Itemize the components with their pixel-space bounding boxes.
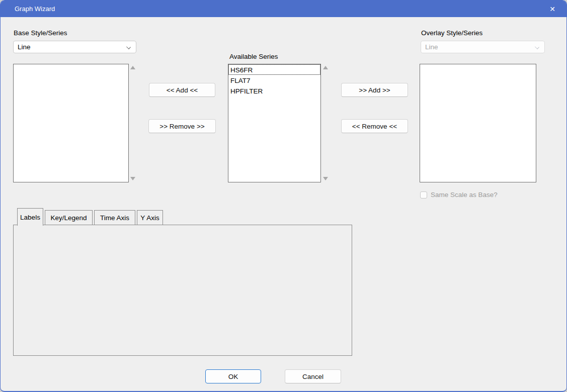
overlay-style-label: Overlay Style/Series bbox=[421, 29, 482, 37]
labels-tab-panel bbox=[13, 225, 352, 356]
base-series-listbox[interactable] bbox=[13, 64, 129, 182]
overlay-style-value: Line bbox=[425, 43, 438, 51]
list-item[interactable]: HPFILTER bbox=[228, 85, 320, 96]
available-series-listbox[interactable]: HS6FR FLAT7 HPFILTER bbox=[228, 64, 321, 182]
base-list-scroll-up[interactable] bbox=[130, 66, 136, 70]
list-item[interactable]: HS6FR bbox=[228, 64, 320, 75]
remove-from-base-button[interactable]: >> Remove >> bbox=[148, 119, 216, 133]
graph-wizard-dialog: Graph Wizard ✕ Base Style/Series Line <<… bbox=[0, 0, 567, 392]
chevron-down-icon bbox=[535, 45, 539, 49]
base-list-scroll-down[interactable] bbox=[130, 177, 136, 181]
close-icon[interactable]: ✕ bbox=[542, 1, 562, 17]
same-scale-checkbox[interactable] bbox=[420, 191, 427, 199]
base-style-dropdown[interactable]: Line bbox=[13, 41, 136, 53]
arrow-up-icon bbox=[130, 66, 135, 69]
titlebar: Graph Wizard ✕ bbox=[1, 1, 566, 17]
tab-labels[interactable]: Labels bbox=[17, 208, 43, 226]
available-series-label: Available Series bbox=[229, 53, 278, 60]
cancel-button[interactable]: Cancel bbox=[285, 369, 341, 383]
add-to-overlay-button[interactable]: >> Add >> bbox=[341, 83, 408, 97]
tab-time-axis[interactable]: Time Axis bbox=[94, 210, 135, 225]
list-item[interactable]: FLAT7 bbox=[228, 75, 320, 85]
base-style-value: Line bbox=[18, 43, 31, 51]
chevron-down-icon bbox=[126, 45, 131, 49]
base-style-label: Base Style/Series bbox=[14, 29, 67, 37]
ok-button[interactable]: OK bbox=[205, 369, 261, 383]
same-scale-label: Same Scale as Base? bbox=[431, 191, 498, 199]
tab-y-axis[interactable]: Y Axis bbox=[137, 210, 163, 225]
remove-from-overlay-button[interactable]: << Remove << bbox=[341, 119, 408, 133]
overlay-style-dropdown: Line bbox=[421, 41, 545, 53]
tab-key-legend[interactable]: Key/Legend bbox=[45, 210, 93, 225]
arrow-up-icon bbox=[323, 66, 328, 69]
overlay-series-listbox[interactable] bbox=[420, 64, 536, 182]
available-list-scroll-up[interactable] bbox=[323, 66, 329, 70]
available-list-scroll-down[interactable] bbox=[323, 177, 329, 181]
arrow-down-icon bbox=[130, 177, 135, 180]
same-scale-row: Same Scale as Base? bbox=[420, 191, 498, 199]
arrow-down-icon bbox=[323, 177, 328, 180]
add-to-base-button[interactable]: << Add << bbox=[149, 83, 215, 97]
window-title: Graph Wizard bbox=[1, 5, 55, 13]
